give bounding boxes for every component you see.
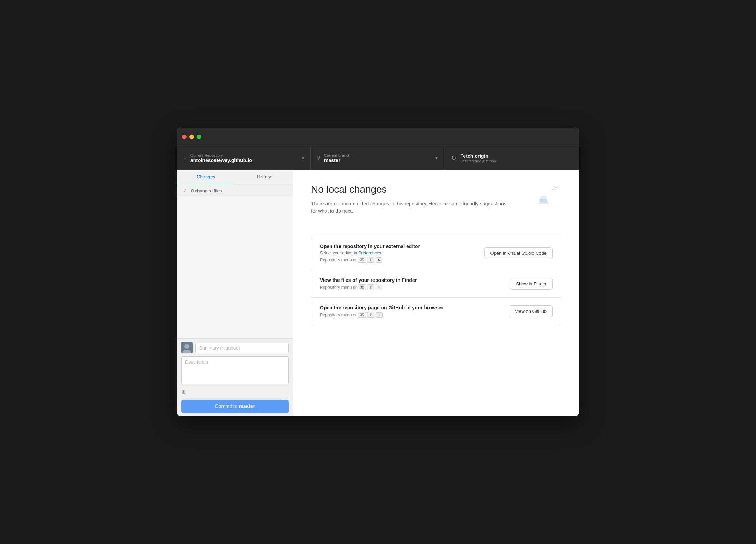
cmd-key-3: ⌘: [358, 312, 366, 318]
close-button[interactable]: [182, 135, 187, 139]
show-in-finder-button[interactable]: Show in Finder: [510, 278, 553, 290]
g-key: G: [376, 312, 383, 318]
commit-button[interactable]: Commit to master: [181, 400, 289, 413]
svg-rect-5: [541, 196, 546, 199]
avatar: [181, 342, 193, 353]
commit-button-prefix: Commit to: [215, 403, 239, 409]
card2-title: View the files of your repository in Fin…: [320, 277, 417, 283]
fetch-sublabel: Last fetched just now: [460, 159, 496, 163]
toolbar: ⑂ Current Repository antoinesoetewey.git…: [177, 146, 579, 170]
fetch-origin-section[interactable]: ↻ Fetch origin Last fetched just now: [444, 146, 579, 170]
branch-name: master: [324, 157, 432, 163]
repo-icon: ⑂: [183, 155, 187, 161]
cmd-key-2: ⌘: [358, 284, 366, 290]
coauthors-row: ⊕: [181, 387, 289, 397]
card2-shortcut-prefix: Repository menu or: [320, 285, 357, 290]
card3-title: Open the repository page on GitHub in yo…: [320, 305, 443, 310]
tab-history[interactable]: History: [235, 170, 293, 184]
repo-chevron-icon: ▾: [302, 156, 304, 161]
sidebar-tabs: Changes History: [177, 170, 293, 184]
current-repo-section[interactable]: ⑂ Current Repository antoinesoetewey.git…: [177, 146, 311, 170]
card1-shortcut: Repository menu or ⌘ ⇧ A: [320, 257, 420, 263]
repo-name: antoinesoetewey.github.io: [190, 157, 298, 163]
changed-files-row: ✓ 0 changed files: [177, 184, 293, 197]
shift-key-2: ⇧: [367, 284, 374, 290]
content-area: No local changes There are no uncommitte…: [293, 170, 579, 416]
card2-shortcut: Repository menu or ⌘ ⇧ F: [320, 284, 417, 290]
content-header-text: No local changes There are no uncommitte…: [311, 184, 535, 225]
svg-point-1: [184, 344, 189, 349]
summary-input[interactable]: [195, 343, 289, 353]
commit-button-branch: master: [239, 403, 255, 409]
cmd-key-1: ⌘: [358, 257, 366, 263]
no-changes-title: No local changes: [311, 184, 535, 195]
fetch-icon: ↻: [451, 155, 456, 161]
fullscreen-button[interactable]: [197, 135, 201, 139]
app-window: ⑂ Current Repository antoinesoetewey.git…: [177, 128, 579, 416]
branch-label: Current Branch: [324, 153, 432, 157]
no-changes-desc: There are no uncommitted changes in this…: [311, 200, 508, 215]
card1-shortcut-prefix: Repository menu or: [320, 258, 357, 262]
shift-key-1: ⇧: [367, 257, 374, 263]
titlebar: [177, 128, 579, 146]
card3-text: Open the repository page on GitHub in yo…: [320, 305, 443, 318]
avatar-image: [181, 342, 193, 353]
branch-chevron-icon: ▾: [435, 156, 438, 161]
select-all-checkbox[interactable]: ✓: [182, 188, 188, 193]
open-vscode-button[interactable]: Open in Visual Studio Code: [484, 247, 553, 259]
main-content: Changes History ✓ 0 changed files: [177, 170, 579, 416]
card1-text: Open the repository in your external edi…: [320, 243, 420, 263]
sidebar: Changes History ✓ 0 changed files: [177, 170, 293, 416]
shift-key-3: ⇧: [367, 312, 374, 318]
card-external-editor: Open the repository in your external edi…: [311, 236, 561, 270]
tab-changes[interactable]: Changes: [177, 170, 235, 184]
view-on-github-button[interactable]: View on GitHub: [509, 305, 553, 317]
branch-icon: ⑂: [317, 155, 321, 161]
description-input[interactable]: [181, 356, 289, 384]
card1-title: Open the repository in your external edi…: [320, 243, 420, 249]
changed-files-label: 0 changed files: [191, 188, 222, 193]
repo-text: Current Repository antoinesoetewey.githu…: [190, 153, 298, 163]
card3-shortcut: Repository menu or ⌘ ⇧ G: [320, 312, 443, 318]
card1-subtitle: Select your editor in Preferences: [320, 251, 420, 255]
add-coauthor-icon[interactable]: ⊕: [181, 389, 186, 395]
minimize-button[interactable]: [189, 135, 194, 139]
f-key: F: [376, 285, 382, 290]
branch-text: Current Branch master: [324, 153, 432, 163]
svg-rect-3: [540, 199, 547, 202]
preferences-link[interactable]: Preferences: [358, 251, 381, 255]
card3-shortcut-prefix: Repository menu or: [320, 313, 357, 317]
commit-area: ⊕ Commit to master: [177, 338, 293, 416]
traffic-lights: [182, 135, 201, 139]
card2-text: View the files of your repository in Fin…: [320, 277, 417, 290]
commit-row: [181, 342, 289, 353]
fetch-text: Fetch origin Last fetched just now: [460, 153, 496, 163]
card-finder: View the files of your repository in Fin…: [311, 270, 561, 298]
content-header: No local changes There are no uncommitte…: [311, 184, 561, 225]
repo-label: Current Repository: [190, 153, 298, 157]
card-github: Open the repository page on GitHub in yo…: [311, 298, 561, 325]
fetch-label: Fetch origin: [460, 153, 496, 159]
svg-rect-4: [539, 202, 548, 204]
a-key: A: [376, 257, 382, 263]
suggestion-cards: Open the repository in your external edi…: [311, 236, 561, 325]
current-branch-section[interactable]: ⑂ Current Branch master ▾: [311, 146, 444, 170]
books-illustration: [535, 184, 561, 210]
files-list-area: [177, 197, 293, 338]
